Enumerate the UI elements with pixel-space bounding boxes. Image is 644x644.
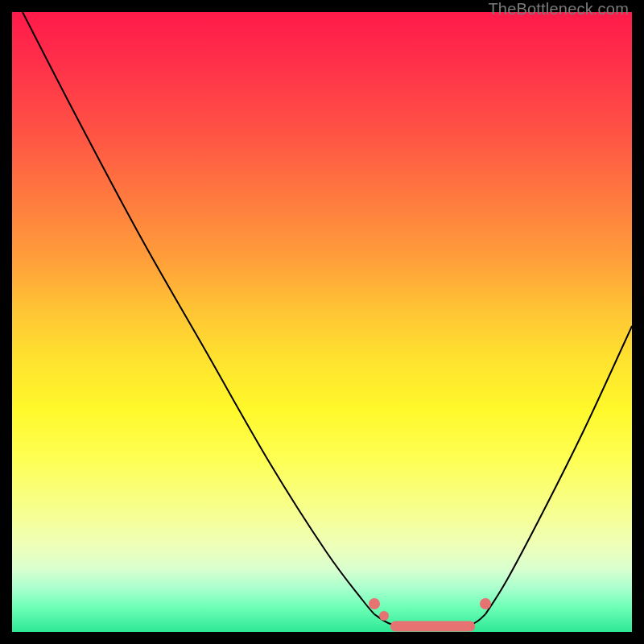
valley-marker-dot xyxy=(379,611,389,621)
valley-marker-dot xyxy=(480,598,491,609)
valley-marker-dot xyxy=(369,598,380,609)
chart-frame: TheBottleneck.com xyxy=(12,12,632,632)
valley-marker-bar xyxy=(390,621,475,632)
curve-right xyxy=(485,326,632,614)
valley-marker-dots xyxy=(369,598,491,621)
bottleneck-curve-plot xyxy=(12,12,632,632)
curve-left xyxy=(23,12,374,614)
